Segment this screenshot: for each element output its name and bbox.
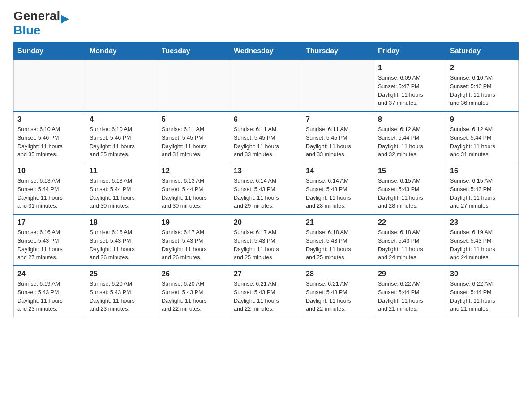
calendar-header-row: SundayMondayTuesdayWednesdayThursdayFrid… [14, 43, 519, 60]
day-number: 5 [162, 116, 226, 124]
day-info: Sunrise: 6:11 AM Sunset: 5:45 PM Dayligh… [162, 125, 226, 159]
calendar-day-cell: 8Sunrise: 6:12 AM Sunset: 5:44 PM Daylig… [374, 111, 446, 163]
day-info: Sunrise: 6:16 AM Sunset: 5:43 PM Dayligh… [17, 228, 82, 262]
day-info: Sunrise: 6:14 AM Sunset: 5:43 PM Dayligh… [306, 177, 370, 210]
day-number: 9 [450, 116, 515, 124]
day-number: 26 [162, 270, 226, 278]
calendar-day-cell: 16Sunrise: 6:15 AM Sunset: 5:43 PM Dayli… [446, 163, 519, 214]
day-info: Sunrise: 6:17 AM Sunset: 5:43 PM Dayligh… [162, 228, 226, 262]
day-number: 23 [450, 218, 515, 227]
calendar-day-cell [302, 60, 374, 111]
day-number: 21 [306, 218, 370, 227]
calendar-day-cell: 27Sunrise: 6:21 AM Sunset: 5:43 PM Dayli… [230, 266, 302, 317]
day-number: 8 [378, 116, 442, 124]
day-info: Sunrise: 6:18 AM Sunset: 5:43 PM Dayligh… [306, 228, 370, 262]
day-number: 11 [90, 167, 154, 175]
day-info: Sunrise: 6:21 AM Sunset: 5:43 PM Dayligh… [234, 280, 298, 313]
calendar-day-cell: 30Sunrise: 6:22 AM Sunset: 5:44 PM Dayli… [446, 266, 519, 317]
day-number: 25 [90, 270, 154, 278]
calendar-day-cell: 11Sunrise: 6:13 AM Sunset: 5:44 PM Dayli… [86, 163, 158, 214]
day-info: Sunrise: 6:10 AM Sunset: 5:46 PM Dayligh… [17, 125, 82, 159]
day-number: 29 [378, 270, 442, 278]
logo-general-text: General [13, 9, 60, 23]
day-info: Sunrise: 6:09 AM Sunset: 5:47 PM Dayligh… [378, 74, 442, 107]
calendar-day-cell: 25Sunrise: 6:20 AM Sunset: 5:43 PM Dayli… [86, 266, 158, 317]
calendar-day-cell: 10Sunrise: 6:13 AM Sunset: 5:44 PM Dayli… [14, 163, 86, 214]
day-info: Sunrise: 6:12 AM Sunset: 5:44 PM Dayligh… [378, 125, 442, 159]
day-number: 2 [450, 64, 515, 72]
day-number: 18 [90, 218, 154, 227]
day-info: Sunrise: 6:19 AM Sunset: 5:43 PM Dayligh… [17, 280, 82, 313]
calendar-day-cell: 19Sunrise: 6:17 AM Sunset: 5:43 PM Dayli… [158, 214, 230, 266]
calendar-week-row: 24Sunrise: 6:19 AM Sunset: 5:43 PM Dayli… [14, 266, 519, 317]
calendar-week-row: 10Sunrise: 6:13 AM Sunset: 5:44 PM Dayli… [14, 163, 519, 214]
day-info: Sunrise: 6:22 AM Sunset: 5:44 PM Dayligh… [450, 280, 515, 313]
calendar-day-cell: 6Sunrise: 6:11 AM Sunset: 5:45 PM Daylig… [230, 111, 302, 163]
calendar-day-cell: 5Sunrise: 6:11 AM Sunset: 5:45 PM Daylig… [158, 111, 230, 163]
calendar-week-row: 1Sunrise: 6:09 AM Sunset: 5:47 PM Daylig… [14, 60, 519, 111]
day-header-wednesday: Wednesday [230, 43, 302, 60]
day-header-thursday: Thursday [302, 43, 374, 60]
calendar-day-cell: 20Sunrise: 6:17 AM Sunset: 5:43 PM Dayli… [230, 214, 302, 266]
calendar-day-cell: 29Sunrise: 6:22 AM Sunset: 5:44 PM Dayli… [374, 266, 446, 317]
day-info: Sunrise: 6:13 AM Sunset: 5:44 PM Dayligh… [17, 177, 82, 210]
day-info: Sunrise: 6:10 AM Sunset: 5:46 PM Dayligh… [450, 74, 515, 107]
day-number: 13 [234, 167, 298, 175]
day-info: Sunrise: 6:15 AM Sunset: 5:43 PM Dayligh… [450, 177, 515, 210]
calendar-day-cell: 21Sunrise: 6:18 AM Sunset: 5:43 PM Dayli… [302, 214, 374, 266]
calendar-day-cell: 14Sunrise: 6:14 AM Sunset: 5:43 PM Dayli… [302, 163, 374, 214]
calendar-day-cell: 1Sunrise: 6:09 AM Sunset: 5:47 PM Daylig… [374, 60, 446, 111]
day-info: Sunrise: 6:11 AM Sunset: 5:45 PM Dayligh… [306, 125, 370, 159]
day-number: 12 [162, 167, 226, 175]
day-number: 16 [450, 167, 515, 175]
day-header-saturday: Saturday [446, 43, 519, 60]
calendar-day-cell: 4Sunrise: 6:10 AM Sunset: 5:46 PM Daylig… [86, 111, 158, 163]
calendar-table: SundayMondayTuesdayWednesdayThursdayFrid… [13, 42, 519, 317]
calendar-day-cell: 28Sunrise: 6:21 AM Sunset: 5:43 PM Dayli… [302, 266, 374, 317]
day-header-friday: Friday [374, 43, 446, 60]
calendar-week-row: 3Sunrise: 6:10 AM Sunset: 5:46 PM Daylig… [14, 111, 519, 163]
day-number: 1 [378, 64, 442, 72]
day-number: 28 [306, 270, 370, 278]
day-info: Sunrise: 6:22 AM Sunset: 5:44 PM Dayligh… [378, 280, 442, 313]
calendar-day-cell: 12Sunrise: 6:13 AM Sunset: 5:44 PM Dayli… [158, 163, 230, 214]
day-number: 10 [17, 167, 82, 175]
logo: General Blue [13, 9, 61, 38]
day-info: Sunrise: 6:15 AM Sunset: 5:43 PM Dayligh… [378, 177, 442, 210]
day-number: 27 [234, 270, 298, 278]
day-info: Sunrise: 6:21 AM Sunset: 5:43 PM Dayligh… [306, 280, 370, 313]
day-number: 30 [450, 270, 515, 278]
day-number: 15 [378, 167, 442, 175]
calendar-day-cell: 9Sunrise: 6:12 AM Sunset: 5:44 PM Daylig… [446, 111, 519, 163]
day-info: Sunrise: 6:13 AM Sunset: 5:44 PM Dayligh… [162, 177, 226, 210]
calendar-day-cell: 7Sunrise: 6:11 AM Sunset: 5:45 PM Daylig… [302, 111, 374, 163]
day-info: Sunrise: 6:13 AM Sunset: 5:44 PM Dayligh… [90, 177, 154, 210]
calendar-day-cell: 2Sunrise: 6:10 AM Sunset: 5:46 PM Daylig… [446, 60, 519, 111]
day-info: Sunrise: 6:18 AM Sunset: 5:43 PM Dayligh… [378, 228, 442, 262]
day-info: Sunrise: 6:11 AM Sunset: 5:45 PM Dayligh… [234, 125, 298, 159]
calendar-day-cell [230, 60, 302, 111]
calendar-day-cell [14, 60, 86, 111]
day-header-tuesday: Tuesday [158, 43, 230, 60]
day-number: 20 [234, 218, 298, 227]
day-info: Sunrise: 6:19 AM Sunset: 5:43 PM Dayligh… [450, 228, 515, 262]
day-info: Sunrise: 6:17 AM Sunset: 5:43 PM Dayligh… [234, 228, 298, 262]
calendar-day-cell [86, 60, 158, 111]
calendar-day-cell: 26Sunrise: 6:20 AM Sunset: 5:43 PM Dayli… [158, 266, 230, 317]
calendar-day-cell: 17Sunrise: 6:16 AM Sunset: 5:43 PM Dayli… [14, 214, 86, 266]
logo-blue-text: Blue [13, 23, 41, 38]
day-number: 19 [162, 218, 226, 227]
day-info: Sunrise: 6:20 AM Sunset: 5:43 PM Dayligh… [90, 280, 154, 313]
day-header-monday: Monday [86, 43, 158, 60]
calendar-week-row: 17Sunrise: 6:16 AM Sunset: 5:43 PM Dayli… [14, 214, 519, 266]
svg-marker-0 [61, 15, 69, 24]
day-info: Sunrise: 6:12 AM Sunset: 5:44 PM Dayligh… [450, 125, 515, 159]
day-number: 14 [306, 167, 370, 175]
calendar-day-cell: 24Sunrise: 6:19 AM Sunset: 5:43 PM Dayli… [14, 266, 86, 317]
day-number: 7 [306, 116, 370, 124]
day-info: Sunrise: 6:16 AM Sunset: 5:43 PM Dayligh… [90, 228, 154, 262]
calendar-day-cell: 23Sunrise: 6:19 AM Sunset: 5:43 PM Dayli… [446, 214, 519, 266]
day-info: Sunrise: 6:14 AM Sunset: 5:43 PM Dayligh… [234, 177, 298, 210]
day-header-sunday: Sunday [14, 43, 86, 60]
calendar-day-cell: 13Sunrise: 6:14 AM Sunset: 5:43 PM Dayli… [230, 163, 302, 214]
